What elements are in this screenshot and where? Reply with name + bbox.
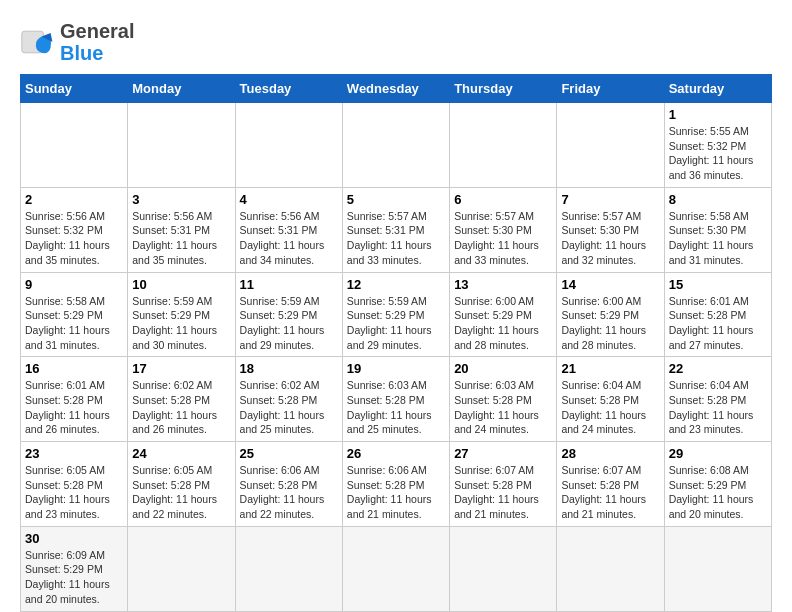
day-info: Sunrise: 5:59 AM Sunset: 5:29 PM Dayligh… [132, 294, 230, 353]
calendar-cell: 1Sunrise: 5:55 AM Sunset: 5:32 PM Daylig… [664, 103, 771, 188]
calendar-cell: 15Sunrise: 6:01 AM Sunset: 5:28 PM Dayli… [664, 272, 771, 357]
day-info: Sunrise: 6:06 AM Sunset: 5:28 PM Dayligh… [240, 463, 338, 522]
days-of-week-row: SundayMondayTuesdayWednesdayThursdayFrid… [21, 75, 772, 103]
calendar-header: SundayMondayTuesdayWednesdayThursdayFrid… [21, 75, 772, 103]
day-info: Sunrise: 6:01 AM Sunset: 5:28 PM Dayligh… [25, 378, 123, 437]
calendar-cell: 9Sunrise: 5:58 AM Sunset: 5:29 PM Daylig… [21, 272, 128, 357]
calendar-cell: 17Sunrise: 6:02 AM Sunset: 5:28 PM Dayli… [128, 357, 235, 442]
calendar-cell: 7Sunrise: 5:57 AM Sunset: 5:30 PM Daylig… [557, 187, 664, 272]
day-info: Sunrise: 5:57 AM Sunset: 5:31 PM Dayligh… [347, 209, 445, 268]
calendar-body: 1Sunrise: 5:55 AM Sunset: 5:32 PM Daylig… [21, 103, 772, 612]
week-row-5: 23Sunrise: 6:05 AM Sunset: 5:28 PM Dayli… [21, 442, 772, 527]
day-of-week-friday: Friday [557, 75, 664, 103]
calendar-cell: 8Sunrise: 5:58 AM Sunset: 5:30 PM Daylig… [664, 187, 771, 272]
day-number: 12 [347, 277, 445, 292]
day-number: 26 [347, 446, 445, 461]
day-info: Sunrise: 6:06 AM Sunset: 5:28 PM Dayligh… [347, 463, 445, 522]
day-info: Sunrise: 6:08 AM Sunset: 5:29 PM Dayligh… [669, 463, 767, 522]
day-number: 10 [132, 277, 230, 292]
calendar-cell [342, 103, 449, 188]
day-number: 25 [240, 446, 338, 461]
day-number: 27 [454, 446, 552, 461]
calendar-cell: 5Sunrise: 5:57 AM Sunset: 5:31 PM Daylig… [342, 187, 449, 272]
day-info: Sunrise: 5:55 AM Sunset: 5:32 PM Dayligh… [669, 124, 767, 183]
logo-blue-text: Blue [60, 42, 134, 64]
day-number: 11 [240, 277, 338, 292]
day-info: Sunrise: 5:56 AM Sunset: 5:32 PM Dayligh… [25, 209, 123, 268]
calendar-cell: 10Sunrise: 5:59 AM Sunset: 5:29 PM Dayli… [128, 272, 235, 357]
calendar-cell [450, 103, 557, 188]
day-number: 24 [132, 446, 230, 461]
calendar-cell [450, 526, 557, 611]
calendar-cell: 28Sunrise: 6:07 AM Sunset: 5:28 PM Dayli… [557, 442, 664, 527]
day-info: Sunrise: 6:02 AM Sunset: 5:28 PM Dayligh… [240, 378, 338, 437]
calendar-cell: 25Sunrise: 6:06 AM Sunset: 5:28 PM Dayli… [235, 442, 342, 527]
day-info: Sunrise: 6:07 AM Sunset: 5:28 PM Dayligh… [561, 463, 659, 522]
calendar-cell: 30Sunrise: 6:09 AM Sunset: 5:29 PM Dayli… [21, 526, 128, 611]
day-number: 21 [561, 361, 659, 376]
day-info: Sunrise: 5:58 AM Sunset: 5:29 PM Dayligh… [25, 294, 123, 353]
calendar-cell [235, 526, 342, 611]
day-info: Sunrise: 5:59 AM Sunset: 5:29 PM Dayligh… [240, 294, 338, 353]
day-number: 6 [454, 192, 552, 207]
day-number: 15 [669, 277, 767, 292]
day-info: Sunrise: 6:04 AM Sunset: 5:28 PM Dayligh… [561, 378, 659, 437]
calendar-cell: 23Sunrise: 6:05 AM Sunset: 5:28 PM Dayli… [21, 442, 128, 527]
day-info: Sunrise: 5:56 AM Sunset: 5:31 PM Dayligh… [132, 209, 230, 268]
calendar-cell: 22Sunrise: 6:04 AM Sunset: 5:28 PM Dayli… [664, 357, 771, 442]
page-header: General Blue [20, 20, 772, 64]
calendar-cell: 16Sunrise: 6:01 AM Sunset: 5:28 PM Dayli… [21, 357, 128, 442]
day-info: Sunrise: 6:00 AM Sunset: 5:29 PM Dayligh… [561, 294, 659, 353]
calendar-cell: 2Sunrise: 5:56 AM Sunset: 5:32 PM Daylig… [21, 187, 128, 272]
day-number: 29 [669, 446, 767, 461]
day-number: 19 [347, 361, 445, 376]
calendar-cell: 29Sunrise: 6:08 AM Sunset: 5:29 PM Dayli… [664, 442, 771, 527]
calendar-cell: 11Sunrise: 5:59 AM Sunset: 5:29 PM Dayli… [235, 272, 342, 357]
calendar-cell: 21Sunrise: 6:04 AM Sunset: 5:28 PM Dayli… [557, 357, 664, 442]
week-row-2: 2Sunrise: 5:56 AM Sunset: 5:32 PM Daylig… [21, 187, 772, 272]
day-number: 5 [347, 192, 445, 207]
day-number: 9 [25, 277, 123, 292]
day-info: Sunrise: 6:00 AM Sunset: 5:29 PM Dayligh… [454, 294, 552, 353]
calendar-cell [128, 103, 235, 188]
day-number: 4 [240, 192, 338, 207]
calendar-cell: 27Sunrise: 6:07 AM Sunset: 5:28 PM Dayli… [450, 442, 557, 527]
logo-text: General [60, 20, 134, 42]
calendar-cell: 14Sunrise: 6:00 AM Sunset: 5:29 PM Dayli… [557, 272, 664, 357]
calendar-cell [664, 526, 771, 611]
day-info: Sunrise: 6:01 AM Sunset: 5:28 PM Dayligh… [669, 294, 767, 353]
day-of-week-thursday: Thursday [450, 75, 557, 103]
week-row-4: 16Sunrise: 6:01 AM Sunset: 5:28 PM Dayli… [21, 357, 772, 442]
calendar-cell: 20Sunrise: 6:03 AM Sunset: 5:28 PM Dayli… [450, 357, 557, 442]
day-number: 18 [240, 361, 338, 376]
day-number: 7 [561, 192, 659, 207]
day-number: 30 [25, 531, 123, 546]
day-info: Sunrise: 6:05 AM Sunset: 5:28 PM Dayligh… [132, 463, 230, 522]
calendar-cell: 4Sunrise: 5:56 AM Sunset: 5:31 PM Daylig… [235, 187, 342, 272]
day-number: 3 [132, 192, 230, 207]
day-number: 23 [25, 446, 123, 461]
calendar-cell: 18Sunrise: 6:02 AM Sunset: 5:28 PM Dayli… [235, 357, 342, 442]
day-of-week-monday: Monday [128, 75, 235, 103]
calendar-cell: 26Sunrise: 6:06 AM Sunset: 5:28 PM Dayli… [342, 442, 449, 527]
day-number: 22 [669, 361, 767, 376]
day-of-week-tuesday: Tuesday [235, 75, 342, 103]
logo: General Blue [20, 20, 134, 64]
calendar-cell: 24Sunrise: 6:05 AM Sunset: 5:28 PM Dayli… [128, 442, 235, 527]
calendar-table: SundayMondayTuesdayWednesdayThursdayFrid… [20, 74, 772, 612]
day-info: Sunrise: 6:04 AM Sunset: 5:28 PM Dayligh… [669, 378, 767, 437]
day-number: 17 [132, 361, 230, 376]
day-info: Sunrise: 6:05 AM Sunset: 5:28 PM Dayligh… [25, 463, 123, 522]
day-info: Sunrise: 6:02 AM Sunset: 5:28 PM Dayligh… [132, 378, 230, 437]
day-number: 20 [454, 361, 552, 376]
day-info: Sunrise: 6:09 AM Sunset: 5:29 PM Dayligh… [25, 548, 123, 607]
day-info: Sunrise: 5:59 AM Sunset: 5:29 PM Dayligh… [347, 294, 445, 353]
day-of-week-sunday: Sunday [21, 75, 128, 103]
day-info: Sunrise: 5:57 AM Sunset: 5:30 PM Dayligh… [454, 209, 552, 268]
day-info: Sunrise: 5:58 AM Sunset: 5:30 PM Dayligh… [669, 209, 767, 268]
day-number: 2 [25, 192, 123, 207]
calendar-cell [557, 103, 664, 188]
calendar-cell: 13Sunrise: 6:00 AM Sunset: 5:29 PM Dayli… [450, 272, 557, 357]
calendar-cell: 19Sunrise: 6:03 AM Sunset: 5:28 PM Dayli… [342, 357, 449, 442]
calendar-cell: 12Sunrise: 5:59 AM Sunset: 5:29 PM Dayli… [342, 272, 449, 357]
